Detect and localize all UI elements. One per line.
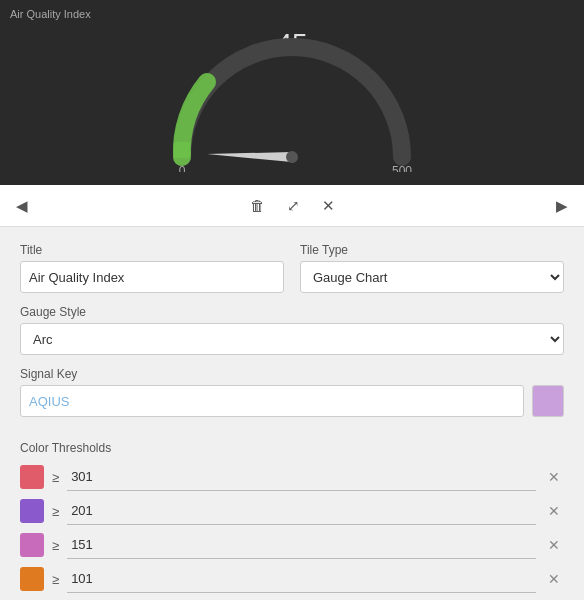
- forward-button[interactable]: ▶: [552, 193, 572, 219]
- gauge-style-select[interactable]: Arc Dial Progress: [20, 323, 564, 355]
- threshold-value-input[interactable]: [67, 497, 536, 525]
- threshold-remove-button[interactable]: ✕: [544, 569, 564, 589]
- svg-marker-0: [207, 149, 292, 162]
- signal-key-color-swatch[interactable]: [532, 385, 564, 417]
- thresholds-container: ≥ ✕ ≥ ✕ ≥ ✕ ≥ ✕ ≥ ✕ ≥ ✕: [20, 463, 564, 600]
- threshold-color-swatch[interactable]: [20, 533, 44, 557]
- threshold-row: ≥ ✕: [20, 531, 564, 559]
- threshold-remove-button[interactable]: ✕: [544, 501, 564, 521]
- threshold-value-input[interactable]: [67, 463, 536, 491]
- title-label: Title: [20, 243, 284, 257]
- expand-button[interactable]: ⤢: [283, 193, 304, 219]
- gauge-style-group: Gauge Style Arc Dial Progress: [20, 305, 564, 355]
- thresholds-label: Color Thresholds: [20, 441, 564, 455]
- svg-text:0: 0: [179, 164, 186, 172]
- tile-type-select[interactable]: Gauge Chart Line Chart Bar Chart Pie Cha…: [300, 261, 564, 293]
- toolbar-center: 🗑 ⤢ ✕: [246, 193, 339, 219]
- threshold-color-swatch[interactable]: [20, 567, 44, 591]
- gauge-svg-container: 0 500: [162, 27, 422, 175]
- threshold-row: ≥ ✕: [20, 497, 564, 525]
- signal-key-input-row: [20, 385, 564, 417]
- threshold-remove-button[interactable]: ✕: [544, 467, 564, 487]
- signal-key-group: Signal Key: [20, 367, 564, 429]
- toolbar-right: ▶: [552, 193, 572, 219]
- threshold-value-input[interactable]: [67, 565, 536, 593]
- back-button[interactable]: ◀: [12, 193, 32, 219]
- threshold-gte-symbol: ≥: [52, 470, 59, 485]
- toolbar: ◀ 🗑 ⤢ ✕ ▶: [0, 185, 584, 227]
- threshold-row: ≥ ✕: [20, 565, 564, 593]
- threshold-remove-button[interactable]: ✕: [544, 535, 564, 555]
- signal-key-input[interactable]: [20, 385, 524, 417]
- gauge-style-row: Gauge Style Arc Dial Progress: [20, 305, 564, 355]
- threshold-row: ≥ ✕: [20, 463, 564, 491]
- threshold-gte-symbol: ≥: [52, 572, 59, 587]
- title-group: Title: [20, 243, 284, 293]
- close-button[interactable]: ✕: [318, 193, 339, 219]
- threshold-color-swatch[interactable]: [20, 465, 44, 489]
- gauge-style-label: Gauge Style: [20, 305, 564, 319]
- title-tiletype-row: Title Tile Type Gauge Chart Line Chart B…: [20, 243, 564, 293]
- tile-type-group: Tile Type Gauge Chart Line Chart Bar Cha…: [300, 243, 564, 293]
- color-thresholds-section: Color Thresholds ≥ ✕ ≥ ✕ ≥ ✕ ≥ ✕ ≥ ✕: [20, 441, 564, 600]
- title-input[interactable]: [20, 261, 284, 293]
- settings-panel: Title Tile Type Gauge Chart Line Chart B…: [0, 227, 584, 600]
- threshold-gte-symbol: ≥: [52, 538, 59, 553]
- threshold-color-swatch[interactable]: [20, 499, 44, 523]
- toolbar-left: ◀: [12, 193, 32, 219]
- svg-rect-2: [174, 142, 190, 158]
- tile-type-label: Tile Type: [300, 243, 564, 257]
- gauge-panel: Air Quality Index 45 0 500: [0, 0, 584, 185]
- signal-key-row-label: Signal Key: [20, 367, 564, 429]
- signal-key-label: Signal Key: [20, 367, 564, 381]
- threshold-gte-symbol: ≥: [52, 504, 59, 519]
- svg-text:500: 500: [392, 164, 412, 172]
- threshold-value-input[interactable]: [67, 531, 536, 559]
- delete-button[interactable]: 🗑: [246, 193, 269, 218]
- gauge-title: Air Quality Index: [10, 8, 91, 20]
